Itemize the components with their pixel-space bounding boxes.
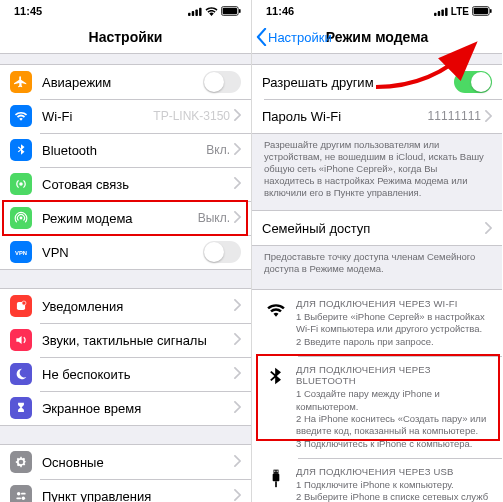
instruction-step: 2 На iPhone коснитесь «Создать пару» или… [296,413,492,438]
status-right [188,6,241,16]
allow-others-toggle[interactable] [454,71,492,93]
svg-rect-5 [223,8,237,14]
hourglass-icon [10,397,32,419]
chevron-right-icon [234,141,241,159]
page-title: Настройки [89,29,163,45]
gear-icon [10,451,32,473]
instruction-text: ДЛЯ ПОДКЛЮЧЕНИЯ ЧЕРЕЗ BLUETOOTH1 Создайт… [290,364,492,450]
settings-row-wifi[interactable]: Wi-FiTP-LINK-3150 [0,99,251,133]
row-label: Режим модема [42,211,198,226]
row-label: Сотовая связь [42,177,234,192]
moon-icon [10,363,32,385]
settings-row-bluetooth[interactable]: BluetoothВкл. [0,133,251,167]
svg-rect-27 [275,481,277,487]
row-label: Bluetooth [42,143,206,158]
settings-row-switches[interactable]: Пункт управления [0,479,251,502]
svg-rect-25 [277,470,278,472]
back-button[interactable]: Настройки [256,20,332,54]
settings-row-hotspot[interactable]: Режим модемаВыкл. [0,201,251,235]
instruction-title: ДЛЯ ПОДКЛЮЧЕНИЯ ЧЕРЕЗ BLUETOOTH [296,364,492,386]
battery-icon [472,6,492,16]
status-right: LTE [434,6,492,17]
wifi-password-value: 11111111 [428,109,481,123]
family-footer: Предоставьте точку доступа членам Семейн… [252,246,502,275]
wifi-password-label: Пароль Wi-Fi [262,109,428,124]
airplane-icon [10,71,32,93]
svg-rect-21 [474,8,488,14]
svg-text:VPN: VPN [15,250,27,256]
antenna-icon [10,173,32,195]
svg-point-7 [20,217,23,220]
svg-rect-14 [16,497,21,499]
settings-row-notif[interactable]: Уведомления [0,289,251,323]
status-bar: 11:46 LTE [252,0,502,20]
svg-rect-17 [438,11,440,16]
settings-row-vpn[interactable]: VPNVPN [0,235,251,269]
instruction-text: ДЛЯ ПОДКЛЮЧЕНИЯ ЧЕРЕЗ WI-FI1 Выберите «i… [290,298,492,348]
svg-rect-1 [192,11,194,16]
instruction-text: ДЛЯ ПОДКЛЮЧЕНИЯ ЧЕРЕЗ USB1 Подключите iP… [290,466,492,502]
row-label: Не беспокоить [42,367,234,382]
chevron-right-icon [234,365,241,383]
chevron-right-icon [485,110,492,122]
svg-rect-18 [441,9,443,16]
svg-rect-3 [199,7,201,15]
chevron-right-icon [234,487,241,502]
page-title: Режим модема [326,29,428,45]
vpn-toggle[interactable] [203,241,241,263]
instruction-bluetooth: ДЛЯ ПОДКЛЮЧЕНИЯ ЧЕРЕЗ BLUETOOTH1 Создайт… [252,356,502,458]
instruction-step: 1 Подключите iPhone к компьютеру. [296,479,492,491]
svg-point-11 [17,492,21,496]
chevron-right-icon [234,297,241,315]
instruction-step: 1 Выберите «iPhone Сергей» в настройках … [296,311,492,336]
signal-icon [188,7,202,16]
family-sharing-row[interactable]: Семейный доступ [252,211,502,245]
chevron-right-icon [234,107,241,125]
svg-rect-12 [21,493,26,495]
settings-row-gear[interactable]: Основные [0,445,251,479]
row-label: Пункт управления [42,489,234,503]
row-label: Звуки, тактильные сигналы [42,333,234,348]
svg-rect-24 [274,470,275,472]
svg-rect-16 [434,12,436,15]
settings-row-moon[interactable]: Не беспокоить [0,357,251,391]
svg-rect-2 [195,9,197,16]
nav-bar: Настройки [0,20,251,54]
settings-row-hourglass[interactable]: Экранное время [0,391,251,425]
wifi-icon [205,7,218,16]
svg-point-10 [22,301,26,305]
airplane-toggle[interactable] [203,71,241,93]
instruction-title: ДЛЯ ПОДКЛЮЧЕНИЯ ЧЕРЕЗ USB [296,466,492,477]
settings-row-antenna[interactable]: Сотовая связь [0,167,251,201]
wifi-password-row[interactable]: Пароль Wi-Fi 11111111 [252,99,502,133]
chevron-left-icon [256,28,267,46]
hotspot-screen: 11:46 LTE Настройки Режим модема Разреша… [251,0,502,502]
row-label: Уведомления [42,299,234,314]
instruction-usb: ДЛЯ ПОДКЛЮЧЕНИЯ ЧЕРЕЗ USB1 Подключите iP… [252,458,502,502]
family-sharing-label: Семейный доступ [262,221,485,236]
chevron-right-icon [234,399,241,417]
settings-row-sound[interactable]: Звуки, тактильные сигналы [0,323,251,357]
allow-others-label: Разрешать другим [262,75,454,90]
svg-rect-26 [273,474,280,482]
svg-rect-6 [239,9,241,13]
battery-icon [221,6,241,16]
bluetooth-icon [10,139,32,161]
back-label: Настройки [268,30,332,45]
settings-screen: 11:45 Настройки АвиарежимWi-FiTP-LINK-31… [0,0,251,502]
row-label: Авиарежим [42,75,203,90]
allow-others-row[interactable]: Разрешать другим [252,65,502,99]
chevron-right-icon [234,175,241,193]
row-label: Экранное время [42,401,234,416]
svg-point-13 [22,497,25,501]
row-detail: Выкл. [198,211,230,225]
chevron-right-icon [485,222,492,234]
allow-footer: Разрешайте другим пользователям или устр… [252,134,502,198]
signal-icon [434,7,448,16]
status-network: LTE [451,6,469,17]
switches-icon [10,485,32,502]
status-time: 11:46 [266,5,294,17]
chevron-right-icon [234,331,241,349]
settings-row-airplane[interactable]: Авиарежим [0,65,251,99]
sound-icon [10,329,32,351]
